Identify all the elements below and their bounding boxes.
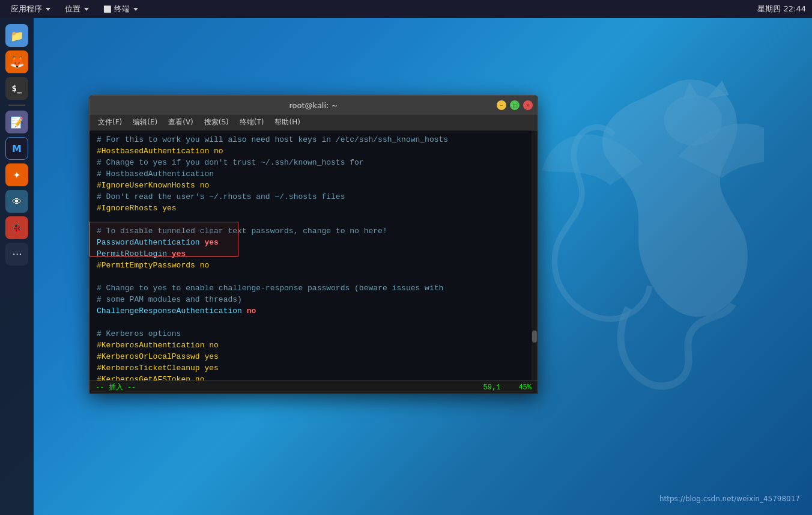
line-5: #IgnoreUserKnownHosts no — [97, 180, 530, 191]
places-label: 位置 — [65, 4, 80, 14]
line-2: #HostbasedAuthentication no — [97, 145, 530, 157]
taskbar-clock: 星期四 22:44 — [757, 4, 806, 14]
sidebar-item-terminal[interactable]: $_ — [5, 77, 28, 100]
maximize-button[interactable]: □ — [510, 100, 520, 110]
vim-mode: -- 插入 -- — [95, 382, 136, 392]
terminal-label: 终端 — [114, 4, 130, 14]
apps-label: 应用程序 — [11, 4, 42, 14]
menu-file[interactable]: 文件(F) — [93, 116, 127, 129]
grid-icon: ⋯ — [13, 249, 22, 259]
line-16: ChallengeResponseAuthentication no — [97, 305, 530, 317]
scrollbar-thumb[interactable] — [532, 331, 537, 343]
line-12: #PermitEmptyPasswords no — [97, 260, 530, 271]
terminal-title: root@kali: ~ — [130, 101, 497, 110]
vim-position: 59,1 45% — [483, 383, 532, 392]
firefox-icon: 🦊 — [10, 55, 25, 69]
sidebar-item-gitk[interactable]: 🐞 — [5, 216, 28, 239]
notes-icon: 📝 — [10, 116, 23, 129]
line-3: # Change to yes if you don't trust ~/.ss… — [97, 157, 530, 168]
line-1: # For this to work you will also need ho… — [97, 134, 530, 145]
terminal-window: root@kali: ~ − □ × 文件(F) 编辑(E) 查看(V) 搜索(… — [89, 95, 538, 394]
line-22: #KerberosGetAFSToken no — [97, 374, 530, 380]
close-button[interactable]: × — [523, 100, 533, 110]
terminal-menubar: 文件(F) 编辑(E) 查看(V) 搜索(S) 终端(T) 帮助(H) — [89, 115, 538, 130]
apps-arrow-icon — [46, 8, 50, 11]
terminal-arrow-icon — [133, 8, 138, 11]
line-8 — [97, 214, 530, 225]
minimize-button[interactable]: − — [497, 100, 506, 110]
terminal-statusbar: -- 插入 -- 59,1 45% — [89, 380, 538, 394]
window-controls: − □ × — [497, 100, 533, 110]
sidebar-item-msf[interactable]: M — [5, 137, 28, 160]
line-18: # Kerberos options — [97, 328, 530, 340]
line-15: # some PAM modules and threads) — [97, 294, 530, 305]
files-icon: 📁 — [10, 29, 23, 42]
line-6: # Don't read the user's ~/.rhosts and ~/… — [97, 191, 530, 203]
line-19: #KerberosAuthentication no — [97, 340, 530, 351]
menu-view[interactable]: 查看(V) — [163, 116, 198, 129]
terminal-menu[interactable]: ⬜ 终端 — [98, 2, 143, 16]
line-10: PasswordAuthentication yes — [97, 237, 530, 248]
line-7: #IgnoreRhosts yes — [97, 203, 530, 214]
line-9: # To disable tunneled clear text passwor… — [97, 225, 530, 237]
places-menu[interactable]: 位置 — [60, 2, 94, 16]
burp-icon: ✦ — [13, 169, 20, 181]
sidebar-item-notes[interactable]: 📝 — [5, 111, 28, 133]
apps-menu[interactable]: 应用程序 — [6, 2, 55, 16]
menu-search[interactable]: 搜索(S) — [199, 116, 234, 129]
line-4: # HostbasedAuthentication — [97, 168, 530, 180]
scrollbar[interactable] — [532, 130, 538, 380]
msf-icon: M — [12, 143, 22, 154]
scroll-percent: 45% — [518, 383, 532, 392]
svg-point-0 — [664, 95, 722, 145]
datetime-display: 星期四 22:44 — [757, 4, 806, 13]
line-21: #KerberosTicketCleanup yes — [97, 362, 530, 374]
terminal-icon: ⬜ — [103, 5, 112, 13]
cursor-position: 59,1 — [483, 383, 501, 392]
line-14: # Change to yes to enable challenge-resp… — [97, 282, 530, 294]
places-arrow-icon — [84, 8, 89, 11]
taskbar: 应用程序 位置 ⬜ 终端 星期四 22:44 — [0, 0, 812, 18]
line-20: #KerberosOrLocalPasswd yes — [97, 351, 530, 362]
terminal-dock-icon: $_ — [12, 84, 22, 93]
line-17 — [97, 317, 530, 328]
taskbar-left: 应用程序 位置 ⬜ 终端 — [6, 2, 143, 16]
sidebar-item-grid[interactable]: ⋯ — [5, 243, 28, 266]
line-11: PermitRootLogin yes — [97, 248, 530, 260]
separator-1 — [8, 105, 25, 106]
line-13 — [97, 271, 530, 282]
sidebar-item-firefox[interactable]: 🦊 — [5, 50, 28, 73]
sidebar-item-burp[interactable]: ✦ — [5, 163, 28, 186]
terminal-titlebar: root@kali: ~ − □ × — [89, 96, 538, 115]
gitk-icon: 🐞 — [11, 222, 23, 234]
menu-help[interactable]: 帮助(H) — [270, 116, 304, 129]
terminal-content[interactable]: # For this to work you will also need ho… — [89, 130, 538, 380]
eye-icon: 👁 — [12, 196, 22, 207]
watermark-url: https://blog.csdn.net/weixin_45798017 — [659, 495, 800, 503]
menu-terminal[interactable]: 终端(T) — [235, 116, 269, 129]
sidebar-item-files[interactable]: 📁 — [5, 24, 28, 47]
sidebar-dock: 📁 🦊 $_ 📝 M ✦ 👁 🐞 ⋯ — [0, 18, 34, 515]
menu-edit[interactable]: 编辑(E) — [128, 116, 162, 129]
sidebar-item-eye[interactable]: 👁 — [5, 190, 28, 213]
